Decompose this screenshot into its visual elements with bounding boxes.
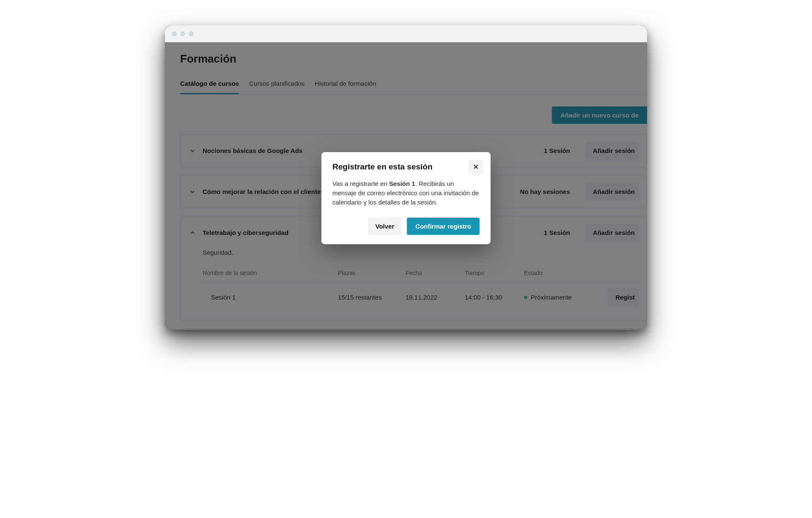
modal-body-bold: Sesión 1	[389, 180, 415, 187]
modal-overlay[interactable]: Registrarte en esta sesión ✕ Vas a regis…	[165, 42, 647, 330]
modal-body-prefix: Vas a registrarte en	[332, 180, 389, 187]
window-dot	[180, 31, 185, 36]
modal-close-button[interactable]: ✕	[469, 160, 483, 174]
back-button[interactable]: Volver	[368, 218, 402, 235]
close-icon: ✕	[473, 163, 479, 172]
browser-chrome	[165, 25, 647, 42]
app-body: Formación Catálogo de cursos Cursos plan…	[165, 42, 647, 330]
window-dot	[172, 31, 177, 36]
register-modal: Registrarte en esta sesión ✕ Vas a regis…	[321, 152, 491, 244]
confirm-register-button[interactable]: Confirmar registro	[407, 218, 480, 235]
modal-title: Registrarte en esta sesión	[332, 162, 480, 172]
browser-frame: Formación Catálogo de cursos Cursos plan…	[165, 25, 647, 330]
modal-body: Vas a registrarte en Sesión 1. Recibirás…	[332, 179, 480, 207]
window-dot	[189, 31, 194, 36]
modal-actions: Volver Confirmar registro	[332, 218, 480, 235]
